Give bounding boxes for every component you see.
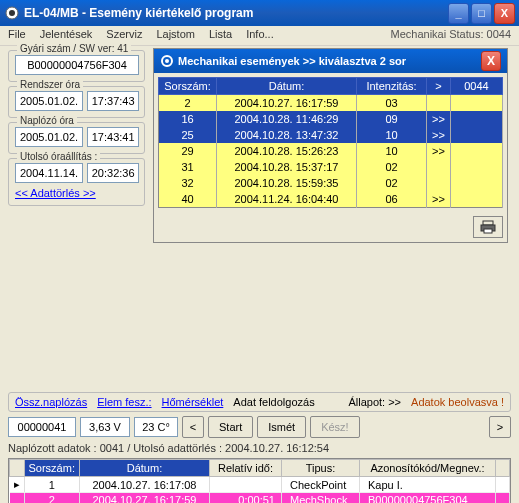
svg-rect-4 <box>483 221 493 225</box>
app-icon <box>4 5 20 21</box>
allapot-label: Állapot: >> <box>348 396 401 408</box>
rendszer-fieldset: Rendszer óra 2005.01.02. 17:37:43 <box>8 86 145 118</box>
osszn-link[interactable]: Össz.naplózás <box>15 396 87 408</box>
popup-title: Mechanikai események >> kiválasztva 2 so… <box>178 55 406 67</box>
col-sorszam[interactable]: Sorszám: <box>159 78 217 95</box>
popup-window: Mechanikai események >> kiválasztva 2 so… <box>153 48 508 243</box>
mcol-relativ[interactable]: Relatív idő: <box>209 460 281 477</box>
popup-row[interactable]: 322004.10.28. 15:59:3502 <box>159 175 503 191</box>
next-button[interactable]: > <box>489 416 511 438</box>
mid-bar: Össz.naplózás Elem fesz.: Hőmérséklet Ad… <box>8 392 511 412</box>
main-table-container: Sorszám: Dátum: Relatív idő: Tipus: Azon… <box>8 458 511 503</box>
start-button[interactable]: Start <box>208 416 253 438</box>
popup-row[interactable]: 402004.11.24. 16:04:4006>> <box>159 191 503 208</box>
svg-point-3 <box>165 59 169 63</box>
table-row[interactable]: 22004.10.27. 16:17:590:00:51MechShockB00… <box>10 493 510 504</box>
gear-icon <box>160 54 174 68</box>
ctrl-v2[interactable]: 3,63 V <box>80 417 130 437</box>
popup-row[interactable]: 252004.10.28. 13:47:3210>> <box>159 127 503 143</box>
col-datum[interactable]: Dátum: <box>217 78 357 95</box>
table-row[interactable]: ▸12004.10.27. 16:17:08CheckPointKapu I. <box>10 477 510 493</box>
mcol-datum[interactable]: Dátum: <box>79 460 209 477</box>
window-title: EL-04/MB - Esemény kiértékelő program <box>24 6 448 20</box>
menu-szerviz[interactable]: Szerviz <box>106 28 142 43</box>
gyari-fieldset: Gyári szám / SW ver: 41 B00000004756F304 <box>8 50 145 82</box>
menu-lajstom[interactable]: Lajstom <box>156 28 195 43</box>
menu-file[interactable]: File <box>8 28 26 43</box>
col-gt[interactable]: > <box>427 78 451 95</box>
naplozo-fieldset: Naplózó óra 2005.01.02. 17:43:41 <box>8 122 145 154</box>
titlebar: EL-04/MB - Esemény kiértékelő program _ … <box>0 0 519 26</box>
col-intenzitas[interactable]: Intenzitás: <box>357 78 427 95</box>
mcol-empty[interactable] <box>10 460 25 477</box>
elemfesz-link[interactable]: Elem fesz.: <box>97 396 151 408</box>
utolso-date[interactable]: 2004.11.14. <box>15 163 83 183</box>
adatok-label: Adatok beolvasva ! <box>411 396 504 408</box>
naplozo-time[interactable]: 17:43:41 <box>87 127 139 147</box>
ctrl-v1[interactable]: 00000041 <box>8 417 76 437</box>
ctrl-v3[interactable]: 23 C° <box>134 417 178 437</box>
col-code[interactable]: 0044 <box>451 78 503 95</box>
rendszer-legend: Rendszer óra <box>17 79 83 90</box>
homerseklet-link[interactable]: Hőmérséklet <box>162 396 224 408</box>
popup-close-button[interactable]: X <box>481 51 501 71</box>
mcol-tipus[interactable]: Tipus: <box>281 460 359 477</box>
prev-button[interactable]: < <box>182 416 204 438</box>
minimize-button[interactable]: _ <box>448 3 469 24</box>
popup-row[interactable]: 292004.10.28. 15:26:2310>> <box>159 143 503 159</box>
status-label: Naplózott adatok : 0041 / Utolsó adattör… <box>8 442 511 454</box>
menu-info[interactable]: Info... <box>246 28 274 43</box>
print-button[interactable] <box>473 216 503 238</box>
popup-row[interactable]: 312004.10.28. 15:37:1702 <box>159 159 503 175</box>
rendszer-time[interactable]: 17:37:43 <box>87 91 139 111</box>
ismet-button[interactable]: Ismét <box>257 416 306 438</box>
gyari-value[interactable]: B00000004756F304 <box>15 55 139 75</box>
rendszer-date[interactable]: 2005.01.02. <box>15 91 83 111</box>
svg-rect-6 <box>484 229 492 233</box>
utolso-fieldset: Utolsó óraállítás : 2004.11.14. 20:32:36… <box>8 158 145 206</box>
popup-table: Sorszám: Dátum: Intenzitás: > 0044 22004… <box>158 77 503 208</box>
mcol-sorszam[interactable]: Sorszám: <box>24 460 79 477</box>
utolso-legend: Utolsó óraállítás : <box>17 151 100 162</box>
popup-row[interactable]: 162004.10.28. 11:46:2909>> <box>159 111 503 127</box>
close-button[interactable]: X <box>494 3 515 24</box>
printer-icon <box>480 220 496 234</box>
gyari-legend: Gyári szám / SW ver: 41 <box>17 43 131 54</box>
popup-titlebar: Mechanikai események >> kiválasztva 2 so… <box>154 49 507 73</box>
naplozo-date[interactable]: 2005.01.02. <box>15 127 83 147</box>
menu-jelentesek[interactable]: Jelentések <box>40 28 93 43</box>
maximize-button[interactable]: □ <box>471 3 492 24</box>
mcol-scroll <box>496 460 510 477</box>
adatfeld-label: Adat feldolgozás <box>233 396 314 408</box>
adattorles-link[interactable]: << Adattörlés >> <box>15 187 96 199</box>
naplozo-legend: Naplózó óra <box>17 115 77 126</box>
mcol-azon[interactable]: Azonosítókód/Megnev.: <box>359 460 495 477</box>
kesz-button[interactable]: Kész! <box>310 416 360 438</box>
menu-lista[interactable]: Lista <box>209 28 232 43</box>
svg-point-1 <box>9 10 15 16</box>
popup-row[interactable]: 22004.10.27. 16:17:5903 <box>159 95 503 112</box>
mechanical-status: Mechanikai Status: 0044 <box>391 28 511 43</box>
utolso-time[interactable]: 20:32:36 <box>87 163 139 183</box>
